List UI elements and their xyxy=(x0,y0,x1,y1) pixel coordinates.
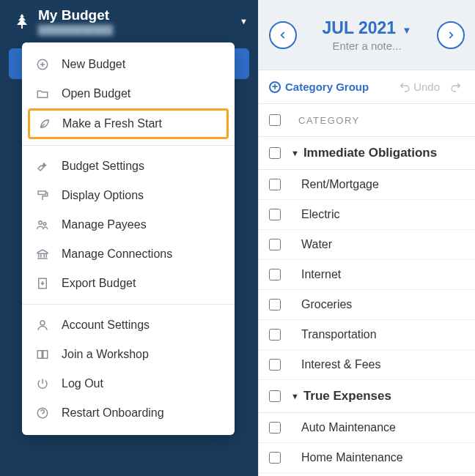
category-checkbox[interactable] xyxy=(269,422,281,434)
power-icon xyxy=(35,376,50,391)
redo-button[interactable] xyxy=(450,81,465,93)
month-navigation: JUL 2021 ▼ Enter a note... xyxy=(259,0,475,70)
category-label: Transportation xyxy=(301,328,377,341)
category-row[interactable]: Rent/Mortgage xyxy=(259,170,475,200)
menu-item-label: Export Budget xyxy=(62,277,136,290)
export-icon xyxy=(35,276,50,291)
next-month-button[interactable] xyxy=(437,21,465,49)
chevron-down-icon: ▼ xyxy=(291,392,299,401)
menu-item-label: New Budget xyxy=(62,58,125,71)
menu-item-open-budget[interactable]: Open Budget xyxy=(22,79,235,108)
menu-item-new-budget[interactable]: New Budget xyxy=(22,50,235,79)
category-label: Auto Maintenance xyxy=(301,421,396,434)
category-checkbox[interactable] xyxy=(269,179,281,190)
category-checkbox[interactable] xyxy=(269,299,281,310)
chevron-down-icon: ▼ xyxy=(402,25,412,36)
category-checkbox[interactable] xyxy=(269,269,281,280)
category-row[interactable]: Transportation xyxy=(259,320,475,350)
undo-button[interactable]: Undo xyxy=(399,81,440,93)
menu-item-label: Display Options xyxy=(62,189,144,202)
budget-header[interactable]: My Budget ████████████ ▼ xyxy=(0,0,258,42)
chevron-down-icon: ▼ xyxy=(240,17,248,26)
help-circle-icon xyxy=(35,406,50,420)
chevron-down-icon: ▼ xyxy=(291,149,299,157)
category-label: Home Maintenance xyxy=(301,451,403,464)
category-header-row: CATEGORY xyxy=(259,104,475,137)
book-icon xyxy=(35,347,50,362)
category-row[interactable]: Internet xyxy=(259,260,475,290)
menu-item-label: Restart Onboarding xyxy=(62,406,164,420)
bank-icon xyxy=(35,247,50,261)
group-checkbox[interactable] xyxy=(269,147,281,159)
menu-divider xyxy=(22,145,235,146)
category-group-row[interactable]: ▼Immediate Obligations xyxy=(259,137,475,170)
category-row[interactable]: Groceries xyxy=(259,290,475,320)
svg-point-2 xyxy=(39,221,43,225)
menu-item-label: Account Settings xyxy=(62,319,150,332)
menu-item-fresh-start[interactable]: Make a Fresh Start xyxy=(28,108,229,139)
paint-roller-icon xyxy=(35,188,50,203)
menu-item-join-workshop[interactable]: Join a Workshop xyxy=(22,340,235,369)
select-all-checkbox[interactable] xyxy=(269,114,281,126)
category-toolbar: Category Group Undo xyxy=(259,70,475,104)
menu-item-display-options[interactable]: Display Options xyxy=(22,181,235,210)
category-column-header: CATEGORY xyxy=(298,115,360,126)
menu-item-restart-onboarding[interactable]: Restart Onboarding xyxy=(22,398,235,428)
menu-item-label: Join a Workshop xyxy=(62,348,149,361)
category-checkbox[interactable] xyxy=(269,239,281,250)
category-row[interactable]: Electric xyxy=(259,200,475,230)
category-row[interactable]: Home Maintenance xyxy=(259,443,475,473)
budget-title: My Budget xyxy=(38,7,234,23)
svg-rect-1 xyxy=(38,191,46,195)
category-label: Electric xyxy=(301,208,339,221)
svg-point-5 xyxy=(40,321,45,325)
month-note-input[interactable]: Enter a note... xyxy=(297,40,437,52)
menu-item-manage-payees[interactable]: Manage Payees xyxy=(22,210,235,239)
menu-item-manage-connections[interactable]: Manage Connections xyxy=(22,239,235,269)
group-label: Immediate Obligations xyxy=(303,146,437,160)
add-group-label: Category Group xyxy=(285,81,369,93)
menu-item-label: Log Out xyxy=(62,377,103,390)
category-label: Water xyxy=(301,238,332,251)
redo-icon xyxy=(450,81,462,93)
category-row[interactable]: Water xyxy=(259,230,475,260)
person-icon xyxy=(35,318,50,332)
category-label: Rent/Mortgage xyxy=(301,178,379,191)
svg-point-3 xyxy=(43,223,46,226)
budget-subtitle: ████████████ xyxy=(38,25,234,35)
menu-item-label: Budget Settings xyxy=(62,160,144,173)
category-checkbox[interactable] xyxy=(269,359,281,371)
menu-item-label: Open Budget xyxy=(62,87,130,100)
undo-icon xyxy=(399,81,410,93)
menu-divider xyxy=(22,304,235,305)
category-label: Interest & Fees xyxy=(301,358,381,371)
month-selector[interactable]: JUL 2021 ▼ xyxy=(297,18,437,38)
budget-menu-popup: New Budget Open Budget Make a Fresh Star… xyxy=(22,42,235,435)
category-checkbox[interactable] xyxy=(269,329,281,341)
tree-logo-icon xyxy=(13,12,31,30)
leaf-icon xyxy=(37,116,52,131)
plus-circle-icon xyxy=(269,81,281,93)
group-checkbox[interactable] xyxy=(269,390,281,402)
category-label: Groceries xyxy=(301,298,352,311)
undo-label: Undo xyxy=(413,81,440,93)
category-checkbox[interactable] xyxy=(269,452,281,464)
category-checkbox[interactable] xyxy=(269,209,281,220)
month-label: JUL 2021 xyxy=(323,18,397,37)
menu-item-label: Make a Fresh Start xyxy=(62,117,162,130)
category-label: Internet xyxy=(301,268,341,281)
add-category-group-button[interactable]: Category Group xyxy=(269,81,369,93)
menu-item-log-out[interactable]: Log Out xyxy=(22,369,235,398)
main-content: JUL 2021 ▼ Enter a note... Category Grou… xyxy=(258,0,475,476)
menu-item-export-budget[interactable]: Export Budget xyxy=(22,269,235,298)
menu-item-budget-settings[interactable]: Budget Settings xyxy=(22,152,235,181)
prev-month-button[interactable] xyxy=(269,21,297,49)
category-group-row[interactable]: ▼True Expenses xyxy=(259,380,475,413)
category-row[interactable]: Interest & Fees xyxy=(259,350,475,380)
people-icon xyxy=(35,217,50,232)
category-row[interactable]: Auto Maintenance xyxy=(259,413,475,443)
menu-item-label: Manage Payees xyxy=(62,218,147,231)
wrench-icon xyxy=(35,159,50,174)
folder-icon xyxy=(35,86,50,101)
menu-item-account-settings[interactable]: Account Settings xyxy=(22,310,235,340)
